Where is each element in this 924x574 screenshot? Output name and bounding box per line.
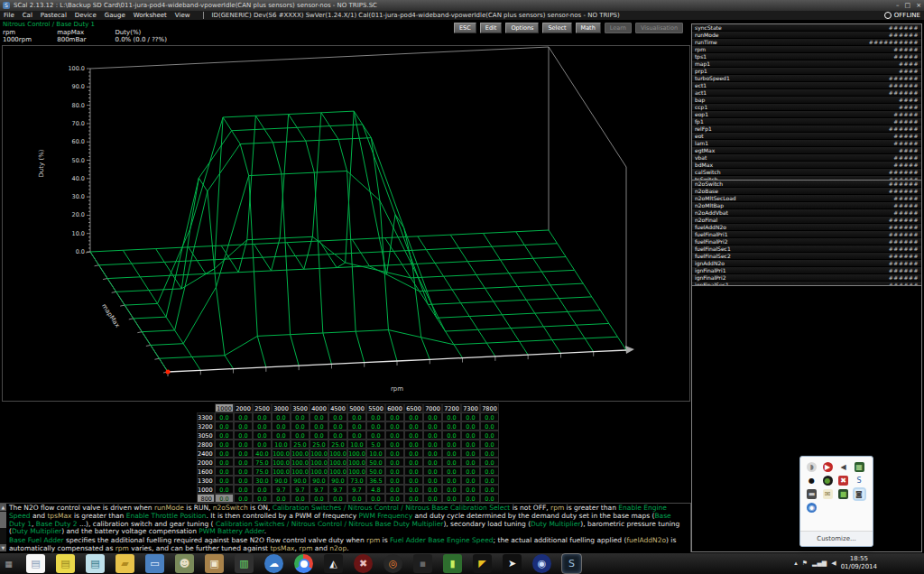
cell-2800-6500[interactable]: 0.0 [404,440,423,449]
help-link[interactable]: Base Fuel Adder [9,536,64,544]
cell-1300-3500[interactable]: 90.0 [291,476,310,485]
esc-button[interactable]: ESC [454,23,476,33]
help-link[interactable]: PWM Battery Adder [199,527,263,535]
cell-3200-7800[interactable]: 0.0 [480,421,499,430]
cell-3300-5000[interactable]: 0.0 [347,412,366,421]
cell-2400-7200[interactable]: 0.0 [442,449,461,458]
system-monitor-icon[interactable]: ▥ [235,554,254,573]
action-center-flag-icon[interactable]: ⚑ [802,560,808,567]
volume-icon[interactable]: ◀ [831,560,836,567]
green-block-icon[interactable]: ■ [838,489,848,499]
cell-3050-4500[interactable]: 0.0 [328,430,347,440]
cell-3300-7000[interactable]: 0.0 [423,412,442,421]
cell-2400-7300[interactable]: 0.0 [461,449,480,458]
cell-3200-7300[interactable]: 0.0 [461,421,480,430]
cell-2800-2000[interactable]: 0.0 [234,440,253,449]
col-header-3500[interactable]: 3500 [291,403,310,412]
cell-3300-6500[interactable]: 0.0 [404,412,423,421]
cell-1600-6000[interactable]: 0.0 [385,467,404,476]
cell-3200-6500[interactable]: 0.0 [404,421,423,430]
cell-3300-7300[interactable]: 0.0 [461,412,480,421]
cell-2400-7000[interactable]: 0.0 [423,449,442,458]
cell-2000-2000[interactable]: 0.0 [234,458,253,467]
cell-1000-4500[interactable]: 9.7 [328,485,347,494]
col-header-7300[interactable]: 7300 [461,403,480,412]
cell-800-5000[interactable]: 0.0 [347,494,366,503]
gauge-row-relFp1[interactable]: relFp1###### [692,125,921,133]
cell-3200-5000[interactable]: 0.0 [347,421,366,430]
cell-3300-7200[interactable]: 0.0 [442,412,461,421]
arrow-launcher-icon[interactable]: ➤ [503,554,522,573]
col-header-6000[interactable]: 6000 [385,403,404,412]
row-header-3200[interactable]: 3200 [197,421,215,430]
mail-icon[interactable]: ✉ [823,489,833,499]
cell-2400-1000[interactable]: 0.0 [215,449,234,458]
cell-2800-7300[interactable]: 0.0 [461,440,480,449]
antivirus-icon[interactable]: ✖ [354,554,373,573]
duty-surface-3d-chart[interactable]: 0.010.020.030.040.050.060.070.080.090.01… [3,46,688,399]
cell-3050-3000[interactable]: 0.0 [272,430,291,440]
row-header-2000[interactable]: 2000 [197,458,215,467]
minimize-icon[interactable]: – [896,1,900,10]
cell-1300-1000[interactable]: 0.0 [215,476,234,485]
green-eye-icon[interactable]: ● [823,476,833,486]
help-link[interactable]: Duty Multiplier [531,520,580,528]
gauge-row-ect1[interactable]: ect1###### [692,82,921,89]
gauge-row-lam1[interactable]: lam1##### [692,140,921,147]
cell-2000-7300[interactable]: 0.0 [461,458,480,467]
cell-1300-2000[interactable]: 0.0 [234,476,253,485]
cell-1000-4000[interactable]: 9.7 [310,485,328,494]
cell-1000-5500[interactable]: 4.8 [366,485,385,494]
gauge-row-runTime[interactable]: runTime########## [692,39,921,46]
screen-share-icon[interactable]: ▬ [807,489,817,499]
help-link[interactable]: Enable Throttle Position [126,512,207,520]
cell-3300-4500[interactable]: 0.0 [328,412,347,421]
journal-icon[interactable]: ▤ [86,554,105,573]
options-button[interactable]: Options [505,23,539,33]
col-header-4000[interactable]: 4000 [310,403,328,412]
gauge-row-n2oMltSecLoad[interactable]: n2oMltSecLoad##### [692,195,921,202]
fox-icon[interactable]: ◭ [324,554,343,573]
gauge-list-nitrous[interactable]: n2oSwitch######n2oBase######n2oMltSecLoa… [691,180,922,297]
cell-1600-7800[interactable]: 0.0 [480,467,499,476]
cell-3200-3000[interactable]: 0.0 [272,421,291,430]
cell-2400-6000[interactable]: 0.0 [385,449,404,458]
cell-3050-2500[interactable]: 0.0 [253,430,272,440]
gauge-list-engine[interactable]: syncState######runMode######runTime#####… [691,23,922,199]
col-header-7800[interactable]: 7800 [480,403,499,412]
cell-2800-5500[interactable]: 5.0 [366,440,385,449]
cell-3050-6000[interactable]: 0.0 [385,430,404,440]
row-header-1300[interactable]: 1300 [197,476,215,485]
cell-3300-3500[interactable]: 0.0 [291,412,310,421]
camera-icon[interactable]: ◙ [855,489,864,499]
menu-view[interactable]: View [175,12,190,19]
dark-app-icon[interactable]: ▪ [413,554,432,573]
menu-cal[interactable]: Cal [23,12,32,19]
cell-2800-6000[interactable]: 0.0 [385,440,404,449]
edit-button[interactable]: Edit [480,23,503,33]
gauge-row-turboSpeed1[interactable]: turboSpeed1###### [692,75,921,82]
cell-3050-5500[interactable]: 0.0 [366,430,385,440]
cell-1600-2500[interactable]: 75.0 [253,467,272,476]
cell-1600-3500[interactable]: 100.0 [291,467,310,476]
duty-map-table[interactable]: 1000200025003000350040004500500055006000… [197,403,499,503]
cell-1000-7000[interactable]: 0.0 [423,485,442,494]
cell-2000-3000[interactable]: 100.0 [272,458,291,467]
chrome-icon[interactable] [294,554,313,573]
menu-worksheet[interactable]: Worksheet [134,12,167,19]
bluetooth-swirl-icon[interactable]: ◉ [807,503,817,513]
cell-800-7300[interactable]: 0.0 [461,494,480,503]
cell-1600-4500[interactable]: 100.0 [328,467,347,476]
cell-1300-6500[interactable]: 0.0 [404,476,423,485]
black-oval-icon[interactable]: ● [807,476,817,486]
gauge-row-fuelFinalSec2[interactable]: fuelFinalSec2###### [692,253,921,260]
scroll-thumb[interactable] [0,512,6,528]
clock[interactable]: 18:55 01/09/2014 [841,555,877,571]
cell-2800-3000[interactable]: 10.0 [272,440,291,449]
cell-2000-6500[interactable]: 0.0 [404,458,423,467]
green-app-icon[interactable]: ▮ [443,554,462,573]
cell-2400-4500[interactable]: 100.0 [328,449,347,458]
cell-1000-7800[interactable]: 0.0 [480,485,499,494]
gauge-row-bap[interactable]: bap#### [692,97,921,104]
tray-expand-icon[interactable]: ▴ [794,560,798,567]
